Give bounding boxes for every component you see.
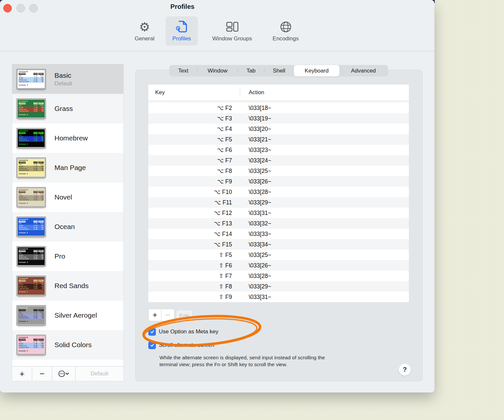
profile-list-item[interactable]: Terminal1# COMMAND%CPURPRVT top4.1%231KX… bbox=[12, 271, 123, 301]
profile-text: Solid Colors bbox=[54, 341, 92, 349]
profile-list-item[interactable]: Terminal1# COMMAND%CPURPRVT top4.1%231KX… bbox=[12, 330, 123, 360]
profile-actions-menu-button[interactable] bbox=[52, 367, 75, 381]
thumb-header: COMMAND%CPURPRVT bbox=[19, 339, 44, 341]
set-default-button[interactable]: Default bbox=[75, 367, 123, 381]
add-profile-button[interactable]: + bbox=[12, 367, 32, 381]
action-cell: \033[33~ bbox=[249, 231, 271, 238]
action-cell: \033[32~ bbox=[249, 220, 271, 227]
action-cell: \033[28~ bbox=[249, 273, 271, 280]
profile-name: Man Page bbox=[54, 164, 86, 172]
thumb-footer: Terminal # bbox=[19, 291, 44, 293]
toolbar-item-window-groups[interactable]: Window Groups bbox=[204, 16, 261, 46]
desktop-background: Profiles ⚙ General ⚙ Profiles bbox=[0, 0, 504, 420]
toolbar-item-profiles[interactable]: ⚙ Profiles bbox=[166, 16, 198, 46]
thumb-footer: Terminal # bbox=[19, 262, 44, 263]
toolbar-item-general[interactable]: ⚙ General bbox=[130, 16, 159, 46]
action-cell: \033[25~ bbox=[249, 168, 271, 175]
profile-subtitle: Default bbox=[54, 80, 72, 87]
profile-name: Pro bbox=[54, 252, 65, 260]
action-cell: \033[23~ bbox=[249, 147, 271, 154]
key-mapping-table[interactable]: Key Action ⌥ F2 \033[18~ ⌥ F3 \033[19~ ⌥… bbox=[148, 85, 409, 302]
thumb-header: COMMAND%CPURPRVT bbox=[19, 161, 44, 163]
key-cell: ⌥ F13 bbox=[148, 220, 232, 227]
key-mapping-row[interactable]: ⌥ F2 \033[18~ bbox=[148, 103, 409, 113]
profile-thumbnail: Terminal1# COMMAND%CPURPRVT top4.1%231KX… bbox=[16, 246, 46, 266]
key-mapping-row[interactable]: ⌥ F13 \033[32~ bbox=[148, 218, 409, 229]
thumb-process-row: loginwindow0.0%4M bbox=[19, 228, 44, 230]
tab-tab[interactable]: Tab bbox=[238, 65, 264, 76]
add-key-button[interactable]: + bbox=[148, 309, 161, 321]
terminal-preferences-window: Profiles ⚙ General ⚙ Profiles bbox=[0, 0, 434, 392]
tab-advanced[interactable]: Advanced bbox=[340, 65, 387, 76]
profile-list-item[interactable]: Terminal1# COMMAND%CPURPRVT top4.1%231KX… bbox=[12, 64, 123, 94]
profile-name: Basic bbox=[54, 72, 72, 79]
key-mapping-row[interactable]: ⌥ F9 \033[26~ bbox=[148, 176, 409, 187]
toolbar-item-encodings[interactable]: Encodings bbox=[267, 16, 305, 46]
thumb-footer: Terminal # bbox=[19, 143, 44, 145]
key-mapping-row[interactable]: ⇧ F9 \033[31~ bbox=[148, 292, 409, 302]
alternate-screen-help-text: While the alternate screen is displayed,… bbox=[159, 354, 383, 368]
tab-shell[interactable]: Shell bbox=[264, 65, 294, 76]
checkbox-label: Use Option as Meta key bbox=[159, 328, 218, 335]
profile-text: Homebrew bbox=[54, 134, 88, 142]
key-mapping-row[interactable]: ⌥ F12 \033[31~ bbox=[148, 208, 409, 218]
remove-key-button[interactable]: − bbox=[161, 309, 175, 321]
use-option-as-meta-key-checkbox[interactable] bbox=[148, 328, 156, 336]
key-mapping-row[interactable]: ⌥ F4 \033[20~ bbox=[148, 124, 409, 134]
action-cell: \033[29~ bbox=[249, 283, 271, 290]
profile-text: Novel bbox=[54, 193, 72, 201]
key-mapping-row[interactable]: ⌥ F14 \033[33~ bbox=[148, 229, 409, 239]
key-mapping-row[interactable]: ⌥ F15 \033[34~ bbox=[148, 239, 409, 250]
profile-thumbnail: Terminal1# COMMAND%CPURPRVT top4.1%231KX… bbox=[16, 128, 46, 148]
key-mapping-row[interactable]: ⇧ F6 \033[26~ bbox=[148, 260, 409, 271]
action-cell: \033[26~ bbox=[249, 262, 271, 269]
tab-text[interactable]: Text bbox=[169, 65, 197, 76]
key-cell: ⇧ F5 bbox=[148, 252, 232, 259]
key-mapping-row[interactable]: ⌥ F6 \033[23~ bbox=[148, 145, 409, 155]
key-mapping-row[interactable]: ⌥ F7 \033[24~ bbox=[148, 155, 409, 166]
key-mapping-row[interactable]: ⌥ F3 \033[19~ bbox=[148, 113, 409, 124]
key-mapping-row[interactable]: ⇧ F7 \033[28~ bbox=[148, 271, 409, 281]
column-divider[interactable] bbox=[240, 87, 240, 98]
table-buttons: + − bbox=[148, 309, 175, 321]
tab-window[interactable]: Window bbox=[198, 65, 238, 76]
key-mapping-row[interactable]: ⌥ F10 \033[28~ bbox=[148, 187, 409, 197]
column-header-action: Action bbox=[249, 89, 264, 96]
thumb-footer: Terminal # bbox=[19, 321, 44, 323]
profile-list-item[interactable]: Terminal1# COMMAND%CPURPRVT top4.1%231KX… bbox=[12, 301, 123, 330]
help-button[interactable]: ? bbox=[399, 364, 411, 376]
use-option-as-meta-key-row: Use Option as Meta key bbox=[148, 328, 218, 336]
remove-profile-button[interactable]: − bbox=[32, 367, 52, 381]
profile-list-item[interactable]: Terminal1# COMMAND%CPURPRVT top4.1%231KX… bbox=[12, 94, 123, 123]
profile-list-item[interactable]: Terminal1# COMMAND%CPURPRVT top4.1%231KX… bbox=[12, 153, 123, 182]
profile-thumbnail: Terminal1# COMMAND%CPURPRVT top4.1%231KX… bbox=[16, 305, 46, 326]
tab-keyboard[interactable]: Keyboard bbox=[294, 65, 340, 76]
action-cell: \033[19~ bbox=[249, 115, 271, 122]
profile-thumbnail: Terminal1# COMMAND%CPURPRVT top4.1%231KX… bbox=[16, 158, 46, 178]
preferences-toolbar: ⚙ General ⚙ Profiles bbox=[0, 16, 434, 51]
gear-icon: ⚙ bbox=[139, 19, 150, 35]
scroll-alternate-screen-checkbox[interactable] bbox=[148, 342, 156, 349]
profile-list-item[interactable]: Terminal1# COMMAND%CPURPRVT top4.1%231KX… bbox=[12, 212, 123, 242]
key-mapping-row[interactable]: ⌥ F11 \033[29~ bbox=[148, 197, 409, 208]
key-mapping-row[interactable]: ⌥ F5 \033[21~ bbox=[148, 134, 409, 145]
key-cell: ⌥ F10 bbox=[148, 189, 232, 196]
column-header-key: Key bbox=[148, 89, 165, 96]
profile-text: Silver Aerogel bbox=[54, 311, 97, 319]
key-cell: ⌥ F12 bbox=[148, 210, 232, 217]
profile-name: Ocean bbox=[54, 223, 75, 231]
key-mapping-row[interactable]: ⇧ F8 \033[29~ bbox=[148, 281, 409, 292]
edit-key-button[interactable]: Edit bbox=[176, 310, 193, 323]
key-mapping-row[interactable]: ⇧ F5 \033[25~ bbox=[148, 250, 409, 260]
action-cell: \033[18~ bbox=[249, 105, 271, 112]
titlebar[interactable]: Profiles bbox=[0, 0, 434, 16]
profile-list-item[interactable]: Terminal1# COMMAND%CPURPRVT top4.1%231KX… bbox=[12, 182, 123, 212]
profile-list-item[interactable]: Terminal1# COMMAND%CPURPRVT top4.1%231KX… bbox=[12, 123, 123, 153]
key-mapping-row[interactable]: ⌥ F8 \033[25~ bbox=[148, 166, 409, 176]
key-cell: ⌥ F4 bbox=[148, 126, 232, 133]
action-cell: \033[28~ bbox=[249, 189, 271, 196]
profile-thumbnail: Terminal1# COMMAND%CPURPRVT top4.1%231KX… bbox=[16, 217, 46, 237]
checkmark-icon bbox=[150, 329, 155, 334]
profile-list-item[interactable]: Terminal1# COMMAND%CPURPRVT top4.1%231KX… bbox=[12, 242, 123, 271]
thumb-process-row: loginwindow0.0%4M bbox=[19, 169, 44, 171]
